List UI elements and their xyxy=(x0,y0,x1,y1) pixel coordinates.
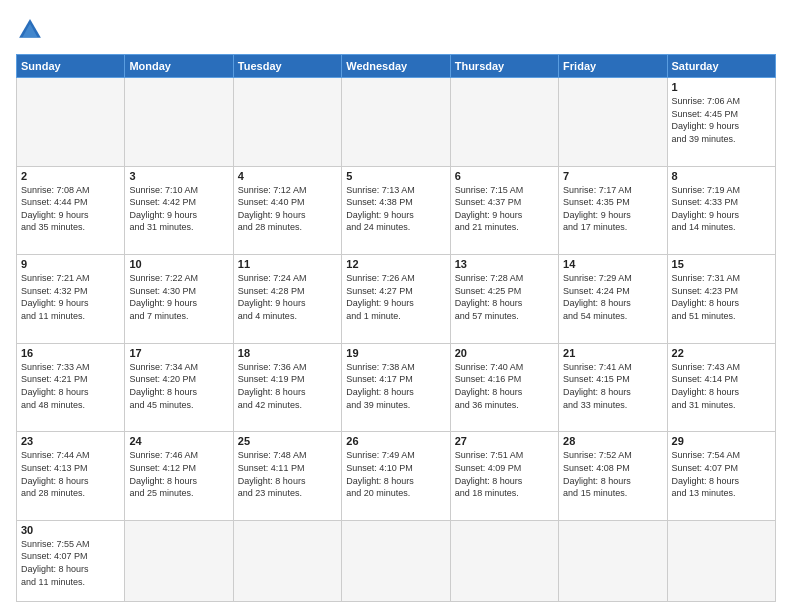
day-info: Sunrise: 7:28 AM Sunset: 4:25 PM Dayligh… xyxy=(455,272,554,322)
day-info: Sunrise: 7:22 AM Sunset: 4:30 PM Dayligh… xyxy=(129,272,228,322)
calendar-cell: 3Sunrise: 7:10 AM Sunset: 4:42 PM Daylig… xyxy=(125,166,233,255)
day-info: Sunrise: 7:10 AM Sunset: 4:42 PM Dayligh… xyxy=(129,184,228,234)
day-info: Sunrise: 7:54 AM Sunset: 4:07 PM Dayligh… xyxy=(672,449,771,499)
day-info: Sunrise: 7:36 AM Sunset: 4:19 PM Dayligh… xyxy=(238,361,337,411)
day-number: 11 xyxy=(238,258,337,270)
day-number: 9 xyxy=(21,258,120,270)
weekday-header-monday: Monday xyxy=(125,55,233,78)
day-number: 17 xyxy=(129,347,228,359)
weekday-header-friday: Friday xyxy=(559,55,667,78)
calendar-cell: 18Sunrise: 7:36 AM Sunset: 4:19 PM Dayli… xyxy=(233,343,341,432)
day-number: 5 xyxy=(346,170,445,182)
day-info: Sunrise: 7:46 AM Sunset: 4:12 PM Dayligh… xyxy=(129,449,228,499)
calendar-cell: 19Sunrise: 7:38 AM Sunset: 4:17 PM Dayli… xyxy=(342,343,450,432)
calendar-cell: 10Sunrise: 7:22 AM Sunset: 4:30 PM Dayli… xyxy=(125,255,233,344)
day-info: Sunrise: 7:43 AM Sunset: 4:14 PM Dayligh… xyxy=(672,361,771,411)
day-number: 2 xyxy=(21,170,120,182)
calendar-cell: 12Sunrise: 7:26 AM Sunset: 4:27 PM Dayli… xyxy=(342,255,450,344)
page: SundayMondayTuesdayWednesdayThursdayFrid… xyxy=(0,0,792,612)
calendar-week-1: 1Sunrise: 7:06 AM Sunset: 4:45 PM Daylig… xyxy=(17,78,776,167)
day-number: 13 xyxy=(455,258,554,270)
day-number: 14 xyxy=(563,258,662,270)
calendar-cell: 9Sunrise: 7:21 AM Sunset: 4:32 PM Daylig… xyxy=(17,255,125,344)
day-number: 3 xyxy=(129,170,228,182)
day-number: 30 xyxy=(21,524,120,536)
calendar-cell: 25Sunrise: 7:48 AM Sunset: 4:11 PM Dayli… xyxy=(233,432,341,521)
day-number: 24 xyxy=(129,435,228,447)
day-info: Sunrise: 7:21 AM Sunset: 4:32 PM Dayligh… xyxy=(21,272,120,322)
day-info: Sunrise: 7:44 AM Sunset: 4:13 PM Dayligh… xyxy=(21,449,120,499)
day-info: Sunrise: 7:17 AM Sunset: 4:35 PM Dayligh… xyxy=(563,184,662,234)
calendar-cell: 6Sunrise: 7:15 AM Sunset: 4:37 PM Daylig… xyxy=(450,166,558,255)
calendar-cell xyxy=(559,520,667,601)
day-number: 4 xyxy=(238,170,337,182)
calendar-cell xyxy=(233,78,341,167)
calendar-cell: 5Sunrise: 7:13 AM Sunset: 4:38 PM Daylig… xyxy=(342,166,450,255)
calendar-cell: 23Sunrise: 7:44 AM Sunset: 4:13 PM Dayli… xyxy=(17,432,125,521)
calendar-cell: 2Sunrise: 7:08 AM Sunset: 4:44 PM Daylig… xyxy=(17,166,125,255)
day-info: Sunrise: 7:26 AM Sunset: 4:27 PM Dayligh… xyxy=(346,272,445,322)
calendar-cell: 1Sunrise: 7:06 AM Sunset: 4:45 PM Daylig… xyxy=(667,78,775,167)
calendar-table: SundayMondayTuesdayWednesdayThursdayFrid… xyxy=(16,54,776,602)
day-number: 10 xyxy=(129,258,228,270)
calendar-cell xyxy=(450,520,558,601)
day-number: 28 xyxy=(563,435,662,447)
day-number: 12 xyxy=(346,258,445,270)
calendar-week-6: 30Sunrise: 7:55 AM Sunset: 4:07 PM Dayli… xyxy=(17,520,776,601)
day-number: 26 xyxy=(346,435,445,447)
day-info: Sunrise: 7:52 AM Sunset: 4:08 PM Dayligh… xyxy=(563,449,662,499)
day-info: Sunrise: 7:55 AM Sunset: 4:07 PM Dayligh… xyxy=(21,538,120,588)
calendar-cell xyxy=(125,78,233,167)
calendar-cell: 20Sunrise: 7:40 AM Sunset: 4:16 PM Dayli… xyxy=(450,343,558,432)
calendar-cell xyxy=(559,78,667,167)
day-number: 15 xyxy=(672,258,771,270)
day-info: Sunrise: 7:15 AM Sunset: 4:37 PM Dayligh… xyxy=(455,184,554,234)
weekday-header-row: SundayMondayTuesdayWednesdayThursdayFrid… xyxy=(17,55,776,78)
day-number: 29 xyxy=(672,435,771,447)
day-number: 7 xyxy=(563,170,662,182)
day-number: 16 xyxy=(21,347,120,359)
calendar-cell xyxy=(450,78,558,167)
calendar-week-5: 23Sunrise: 7:44 AM Sunset: 4:13 PM Dayli… xyxy=(17,432,776,521)
calendar-cell: 4Sunrise: 7:12 AM Sunset: 4:40 PM Daylig… xyxy=(233,166,341,255)
logo-icon xyxy=(16,16,44,44)
calendar-cell: 16Sunrise: 7:33 AM Sunset: 4:21 PM Dayli… xyxy=(17,343,125,432)
day-info: Sunrise: 7:06 AM Sunset: 4:45 PM Dayligh… xyxy=(672,95,771,145)
calendar-cell xyxy=(17,78,125,167)
day-info: Sunrise: 7:29 AM Sunset: 4:24 PM Dayligh… xyxy=(563,272,662,322)
calendar-cell: 24Sunrise: 7:46 AM Sunset: 4:12 PM Dayli… xyxy=(125,432,233,521)
calendar-week-3: 9Sunrise: 7:21 AM Sunset: 4:32 PM Daylig… xyxy=(17,255,776,344)
weekday-header-wednesday: Wednesday xyxy=(342,55,450,78)
weekday-header-saturday: Saturday xyxy=(667,55,775,78)
day-info: Sunrise: 7:13 AM Sunset: 4:38 PM Dayligh… xyxy=(346,184,445,234)
day-info: Sunrise: 7:49 AM Sunset: 4:10 PM Dayligh… xyxy=(346,449,445,499)
day-number: 19 xyxy=(346,347,445,359)
day-number: 20 xyxy=(455,347,554,359)
calendar-cell xyxy=(233,520,341,601)
calendar-cell: 28Sunrise: 7:52 AM Sunset: 4:08 PM Dayli… xyxy=(559,432,667,521)
day-number: 27 xyxy=(455,435,554,447)
logo xyxy=(16,16,48,44)
calendar-cell: 27Sunrise: 7:51 AM Sunset: 4:09 PM Dayli… xyxy=(450,432,558,521)
day-info: Sunrise: 7:40 AM Sunset: 4:16 PM Dayligh… xyxy=(455,361,554,411)
calendar-cell: 15Sunrise: 7:31 AM Sunset: 4:23 PM Dayli… xyxy=(667,255,775,344)
day-info: Sunrise: 7:41 AM Sunset: 4:15 PM Dayligh… xyxy=(563,361,662,411)
day-info: Sunrise: 7:31 AM Sunset: 4:23 PM Dayligh… xyxy=(672,272,771,322)
calendar-cell xyxy=(125,520,233,601)
weekday-header-thursday: Thursday xyxy=(450,55,558,78)
day-info: Sunrise: 7:48 AM Sunset: 4:11 PM Dayligh… xyxy=(238,449,337,499)
calendar-cell: 14Sunrise: 7:29 AM Sunset: 4:24 PM Dayli… xyxy=(559,255,667,344)
calendar-cell: 17Sunrise: 7:34 AM Sunset: 4:20 PM Dayli… xyxy=(125,343,233,432)
day-number: 1 xyxy=(672,81,771,93)
calendar-week-4: 16Sunrise: 7:33 AM Sunset: 4:21 PM Dayli… xyxy=(17,343,776,432)
calendar-week-2: 2Sunrise: 7:08 AM Sunset: 4:44 PM Daylig… xyxy=(17,166,776,255)
calendar-cell: 29Sunrise: 7:54 AM Sunset: 4:07 PM Dayli… xyxy=(667,432,775,521)
day-number: 6 xyxy=(455,170,554,182)
calendar-cell xyxy=(667,520,775,601)
calendar-cell: 21Sunrise: 7:41 AM Sunset: 4:15 PM Dayli… xyxy=(559,343,667,432)
calendar-cell: 8Sunrise: 7:19 AM Sunset: 4:33 PM Daylig… xyxy=(667,166,775,255)
day-number: 18 xyxy=(238,347,337,359)
day-number: 23 xyxy=(21,435,120,447)
header xyxy=(16,16,776,44)
calendar-cell: 7Sunrise: 7:17 AM Sunset: 4:35 PM Daylig… xyxy=(559,166,667,255)
